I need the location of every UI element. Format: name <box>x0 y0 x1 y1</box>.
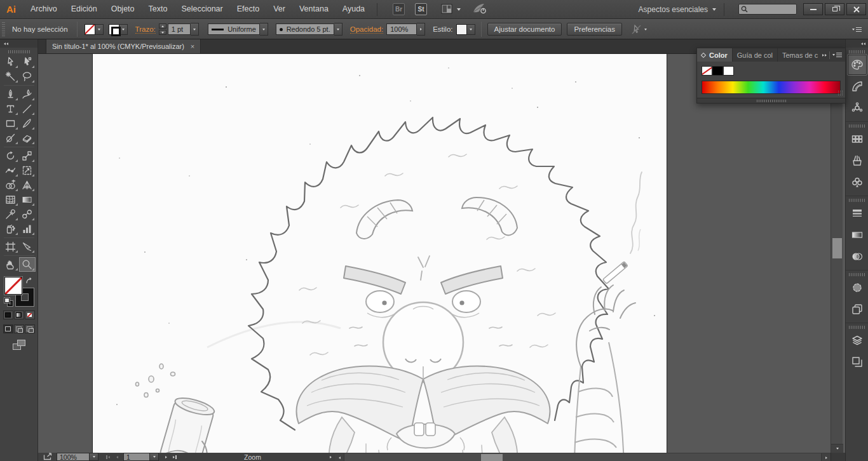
document-tab[interactable]: Sin título-1* al 100% (CMYK/Previsualiza… <box>46 39 201 53</box>
transparency-icon[interactable] <box>848 246 867 267</box>
horizontal-scrollbar[interactable] <box>335 453 831 461</box>
eraser-tool[interactable] <box>19 131 36 145</box>
opacity-panel-arrow[interactable] <box>417 23 425 36</box>
menu-item-4[interactable]: Seleccionar <box>174 0 229 18</box>
hand-tool[interactable] <box>3 257 19 272</box>
width-profile-dropdown[interactable]: Uniforme <box>208 23 260 35</box>
style-dropdown[interactable] <box>467 24 475 35</box>
draw-inside-button[interactable] <box>25 324 35 333</box>
layers-icon[interactable] <box>848 330 867 351</box>
menu-item-3[interactable]: Texto <box>142 0 175 18</box>
gripper[interactable] <box>849 199 865 202</box>
appearance-icon[interactable] <box>848 277 867 298</box>
collapse-panel-icon[interactable] <box>701 52 706 57</box>
sync-status-button[interactable] <box>472 3 486 16</box>
close-button[interactable] <box>846 3 866 15</box>
status-bar-expand-icon[interactable] <box>326 453 335 461</box>
menu-item-0[interactable]: Archivo <box>24 0 64 18</box>
color-panel-icon[interactable] <box>848 55 867 75</box>
close-tab-icon[interactable]: × <box>191 43 194 50</box>
step-up-icon[interactable] <box>159 23 166 29</box>
step-down-icon[interactable] <box>159 30 166 35</box>
paintbrush-tool[interactable] <box>19 116 36 131</box>
stroke-icon[interactable] <box>848 203 867 224</box>
minimize-button[interactable] <box>803 3 823 15</box>
next-artboard-button[interactable] <box>161 453 170 461</box>
search-box[interactable] <box>738 4 797 15</box>
lasso-tool[interactable] <box>19 69 36 84</box>
artboard[interactable] <box>92 54 667 453</box>
panel-tab-gu-a-de-col[interactable]: Guía de col <box>733 48 778 62</box>
stroke-width-dropdown[interactable] <box>191 23 199 36</box>
bridge-button[interactable]: Br <box>393 3 405 15</box>
vertical-scrollbar-thumb[interactable] <box>832 238 842 258</box>
swap-fill-stroke-icon[interactable] <box>25 277 34 284</box>
stroke-label[interactable]: Trazo: <box>135 25 156 34</box>
color-spectrum[interactable] <box>702 81 841 94</box>
last-artboard-button[interactable] <box>170 453 179 461</box>
blend-tool[interactable] <box>19 207 36 222</box>
zoom-tool[interactable] <box>19 257 36 272</box>
rotate-tool[interactable] <box>3 149 19 163</box>
control-panel-menu[interactable] <box>852 27 862 32</box>
canvas-area[interactable] <box>38 54 845 453</box>
zoom-level-field[interactable]: 100% <box>57 453 90 461</box>
document-status-button[interactable] <box>43 453 53 461</box>
slice-tool[interactable] <box>19 239 36 254</box>
scroll-down-button[interactable] <box>831 444 843 453</box>
gripper[interactable] <box>8 50 30 53</box>
first-artboard-button[interactable] <box>104 453 112 461</box>
preferences-button[interactable]: Preferencias <box>567 23 622 36</box>
stroke-width-stepper[interactable] <box>159 23 166 35</box>
panel-overflow-icon[interactable] <box>822 54 827 57</box>
style-swatch[interactable] <box>456 24 467 35</box>
draw-normal-button[interactable] <box>3 324 13 333</box>
brush-definition-arrow[interactable] <box>334 23 342 36</box>
rectangle-tool[interactable] <box>3 116 19 131</box>
stroke-color-swatch[interactable] <box>109 24 119 35</box>
black-swatch[interactable] <box>712 66 723 76</box>
search-input[interactable] <box>748 6 792 13</box>
blob-brush-tool[interactable] <box>3 131 19 145</box>
menu-item-5[interactable]: Efecto <box>230 0 266 18</box>
menu-item-2[interactable]: Objeto <box>104 0 142 18</box>
scroll-left-button[interactable] <box>335 453 344 461</box>
gradient-tool[interactable] <box>19 192 36 207</box>
eyedropper-tool[interactable] <box>3 207 19 222</box>
artboard-number-field[interactable]: 1 <box>123 453 150 461</box>
column-graph-tool[interactable] <box>19 222 36 236</box>
shape-builder-tool[interactable] <box>3 178 19 192</box>
previous-artboard-button[interactable] <box>112 453 121 461</box>
zoom-level-dropdown[interactable] <box>90 453 98 461</box>
tools-panel-header[interactable] <box>0 39 37 48</box>
type-tool[interactable] <box>3 102 19 116</box>
magic-wand-tool[interactable] <box>3 69 19 84</box>
line-segment-tool[interactable] <box>19 102 36 116</box>
stroke-width-field[interactable]: 1 pt <box>168 23 191 35</box>
panel-bottom-gripper[interactable] <box>697 98 845 103</box>
none-button[interactable] <box>25 311 35 319</box>
none-swatch[interactable] <box>702 66 712 76</box>
artboards-icon[interactable] <box>848 352 867 372</box>
default-fill-stroke-icon[interactable] <box>4 298 13 306</box>
gripper[interactable] <box>849 273 865 276</box>
width-tool[interactable] <box>3 163 19 178</box>
color-button[interactable] <box>3 311 13 319</box>
white-swatch[interactable] <box>723 66 734 76</box>
mesh-tool[interactable] <box>3 192 19 207</box>
artboard-number-dropdown[interactable] <box>150 453 159 461</box>
arrange-documents-button[interactable] <box>441 4 461 15</box>
fill-indicator[interactable] <box>4 277 22 295</box>
fill-color-dropdown[interactable] <box>95 24 104 35</box>
brushes-icon[interactable] <box>848 150 867 171</box>
direct-selection-tool[interactable] <box>19 55 36 69</box>
color-themes-icon[interactable] <box>848 98 867 118</box>
menu-item-7[interactable]: Ventana <box>292 0 336 18</box>
fill-color-swatch[interactable] <box>85 24 95 35</box>
opacity-field[interactable]: 100% <box>386 23 417 35</box>
graphic-styles-icon[interactable] <box>848 299 867 319</box>
select-similar-button[interactable] <box>631 24 647 35</box>
selection-tool[interactable] <box>3 55 19 69</box>
scale-tool[interactable] <box>19 149 36 163</box>
gripper[interactable] <box>849 326 865 329</box>
